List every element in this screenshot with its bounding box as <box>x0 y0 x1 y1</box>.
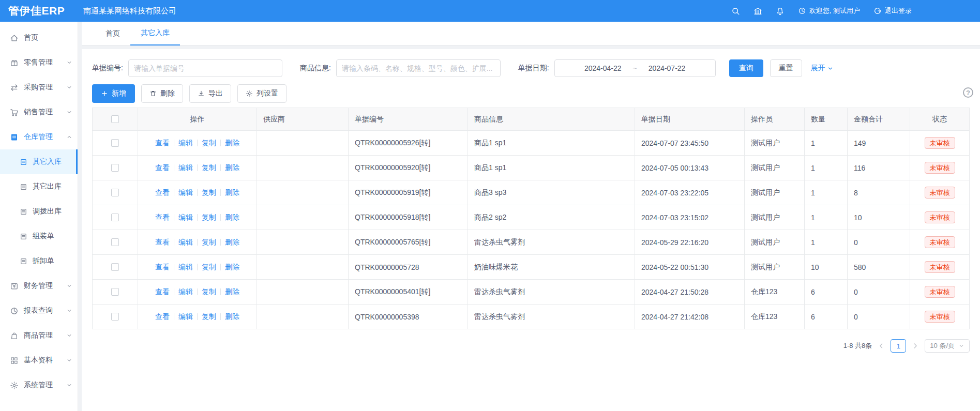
bell-icon[interactable] <box>776 7 785 16</box>
select-all-checkbox[interactable] <box>111 115 119 123</box>
export-button[interactable]: 导出 <box>189 84 231 103</box>
view-link[interactable]: 查看 <box>155 238 170 247</box>
table-row: 查看编辑复制删除 QTRK00000005765[转] 雷达杀虫气雾剂 2024… <box>93 230 969 255</box>
sidebar-item-assembly[interactable]: 组装单 <box>0 224 78 249</box>
sidebar-item-goods[interactable]: 商品管理 <box>0 323 78 348</box>
copy-link[interactable]: 复制 <box>202 312 216 322</box>
delete-link[interactable]: 删除 <box>225 188 239 197</box>
operator-cell: 测试用户 <box>745 255 805 280</box>
copy-link[interactable]: 复制 <box>202 163 216 173</box>
delete-link[interactable]: 删除 <box>225 287 239 297</box>
view-link[interactable]: 查看 <box>155 312 170 322</box>
edit-link[interactable]: 编辑 <box>178 312 193 322</box>
row-select-cell <box>93 230 138 255</box>
sidebar-item-system[interactable]: 系统管理 <box>0 373 78 398</box>
delete-link[interactable]: 删除 <box>225 163 239 173</box>
divider <box>197 214 198 221</box>
delete-link[interactable]: 删除 <box>225 238 239 247</box>
view-link[interactable]: 查看 <box>155 213 170 222</box>
sidebar-item-reports[interactable]: 报表查询 <box>0 298 78 323</box>
delete-link[interactable]: 删除 <box>225 139 239 148</box>
document-icon <box>20 208 27 216</box>
view-link[interactable]: 查看 <box>155 163 170 173</box>
date-cell: 2024-04-27 21:42:08 <box>635 305 745 329</box>
row-checkbox[interactable] <box>111 263 119 271</box>
qty-cell: 1 <box>805 131 848 156</box>
column-settings-button[interactable]: 列设置 <box>237 84 287 103</box>
table-row: 查看编辑复制删除 QTRK00000005728 奶油味爆米花 2024-05-… <box>93 255 969 280</box>
user-welcome[interactable]: 欢迎您, 测试用户 <box>798 6 860 16</box>
docno-cell: QTRK00000005920[转] <box>349 156 468 180</box>
help-icon[interactable]: ? <box>963 87 973 98</box>
view-link[interactable]: 查看 <box>155 287 170 297</box>
row-checkbox[interactable] <box>111 189 119 196</box>
docno-input[interactable] <box>128 59 282 77</box>
delete-link[interactable]: 删除 <box>225 263 239 272</box>
copy-link[interactable]: 复制 <box>202 238 216 247</box>
supplier-cell <box>257 230 349 255</box>
sidebar-item-other-outbound[interactable]: 其它出库 <box>0 174 78 199</box>
copy-link[interactable]: 复制 <box>202 188 216 197</box>
sidebar-item-other-inbound[interactable]: 其它入库 <box>0 149 78 174</box>
edit-link[interactable]: 编辑 <box>178 238 193 247</box>
sidebar-item-label: 其它入库 <box>33 157 72 166</box>
copy-link[interactable]: 复制 <box>202 213 216 222</box>
delete-link[interactable]: 删除 <box>225 213 239 222</box>
sidebar-item-retail[interactable]: 零售管理 <box>0 50 78 75</box>
tab-home[interactable]: 首页 <box>95 29 130 45</box>
edit-link[interactable]: 编辑 <box>178 163 193 173</box>
row-select-cell <box>93 305 138 329</box>
page-number-button[interactable]: 1 <box>891 339 906 353</box>
table-row: 查看编辑复制删除 QTRK00000005401[转] 雷达杀虫气雾剂 2024… <box>93 280 969 305</box>
bank-icon[interactable] <box>753 7 762 16</box>
col-actions: 操作 <box>138 108 257 131</box>
chevron-down-icon <box>66 283 72 289</box>
sidebar-item-sales[interactable]: 销售管理 <box>0 100 78 125</box>
row-checkbox[interactable] <box>111 164 119 172</box>
reset-button[interactable]: 重置 <box>770 59 802 77</box>
delete-button[interactable]: 删除 <box>141 84 183 103</box>
date-range-picker[interactable]: 2024-04-22 ~ 2024-07-22 <box>554 59 716 77</box>
sidebar-item-finance[interactable]: 财务管理 <box>0 273 78 298</box>
search-icon[interactable] <box>731 7 740 16</box>
edit-link[interactable]: 编辑 <box>178 213 193 222</box>
qty-cell: 6 <box>805 305 848 329</box>
add-button[interactable]: 新增 <box>92 84 135 103</box>
edit-link[interactable]: 编辑 <box>178 139 193 148</box>
row-checkbox[interactable] <box>111 288 119 296</box>
logout-button[interactable]: 退出登录 <box>873 6 912 16</box>
edit-link[interactable]: 编辑 <box>178 287 193 297</box>
next-page-icon[interactable] <box>912 342 919 349</box>
trash-icon <box>149 90 157 97</box>
table-toolbar: 新增 删除 导出 列设置 <box>92 84 970 103</box>
edit-link[interactable]: 编辑 <box>178 188 193 197</box>
search-button[interactable]: 查询 <box>729 59 763 77</box>
edit-link[interactable]: 编辑 <box>178 263 193 272</box>
sidebar-item-home[interactable]: 首页 <box>0 25 78 50</box>
copy-link[interactable]: 复制 <box>202 139 216 148</box>
tab-other-inbound[interactable]: 其它入库 <box>130 28 180 45</box>
page-size-select[interactable]: 10 条/页 <box>925 339 970 353</box>
product-input[interactable] <box>336 59 501 77</box>
copy-link[interactable]: 复制 <box>202 263 216 272</box>
sidebar-item-warehouse[interactable]: 仓库管理 <box>0 125 78 149</box>
prev-page-icon[interactable] <box>878 342 885 349</box>
row-checkbox[interactable] <box>111 139 119 147</box>
sidebar-item-purchase[interactable]: 采购管理 <box>0 75 78 100</box>
sidebar-item-transfer-outbound[interactable]: 调拨出库 <box>0 199 78 224</box>
sidebar-item-basic-data[interactable]: 基本资料 <box>0 348 78 373</box>
view-link[interactable]: 查看 <box>155 139 170 148</box>
view-link[interactable]: 查看 <box>155 188 170 197</box>
expand-toggle[interactable]: 展开 <box>811 64 834 73</box>
row-checkbox[interactable] <box>111 238 119 246</box>
row-actions-cell: 查看编辑复制删除 <box>138 230 257 255</box>
select-all-cell <box>93 108 138 131</box>
date-cell: 2024-07-03 23:22:05 <box>635 180 745 205</box>
delete-link[interactable]: 删除 <box>225 312 239 322</box>
row-checkbox[interactable] <box>111 214 119 221</box>
copy-link[interactable]: 复制 <box>202 287 216 297</box>
row-checkbox[interactable] <box>111 313 119 321</box>
operator-cell: 仓库123 <box>745 280 805 305</box>
sidebar-item-disassembly[interactable]: 拆卸单 <box>0 249 78 273</box>
view-link[interactable]: 查看 <box>155 263 170 272</box>
